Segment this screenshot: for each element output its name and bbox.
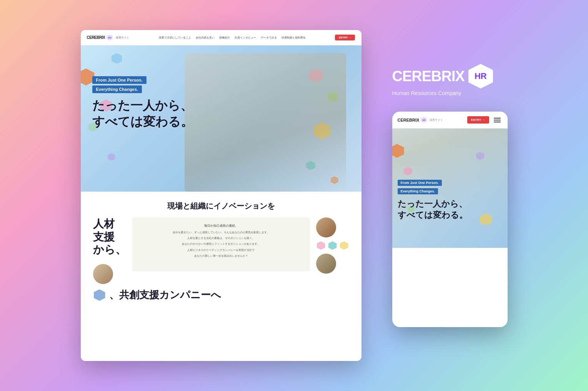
hero-text-block: From Just One Person. Everything Changes… [92, 76, 193, 130]
brand-name-text: CEREBRIX [392, 68, 465, 85]
hamburger-line-1 [494, 118, 501, 119]
hero-jp-line2: すべては変わる。 [92, 114, 193, 130]
mobile-hero-text: From Just One Person. Everything Changes… [398, 179, 468, 221]
hamburger-line-2 [494, 120, 501, 120]
right-panel: CEREBRIX HR Human Resources Company CERE… [392, 64, 508, 327]
brand-subtitle: Human Resources Company [392, 90, 493, 96]
mobile-nav: CEREBRIX HR 採用サイト ENTRY → [392, 112, 508, 129]
brand-hr-text: HR [475, 71, 487, 81]
hero-tagline-2: Everything Changes. [92, 85, 142, 93]
section-hex-teal [328, 241, 337, 250]
avatar-right-top [316, 217, 336, 237]
hamburger-line-3 [494, 122, 501, 122]
section-hex-pink [317, 241, 325, 250]
hex-purple-left [108, 153, 115, 161]
card-body-line5: あなたの新しい第一歩を踏み出しませんか？ [138, 254, 304, 258]
section-hex-row [316, 241, 349, 251]
mobile-jp-text: たった一人から、 すべては変わる。 [398, 199, 468, 221]
hero-jp-text: たった一人から、 すべては変わる。 [92, 98, 193, 130]
nav-link-4[interactable]: 社員インタビュー [235, 36, 256, 40]
nav-link-6[interactable]: 待遇制度と福利厚生 [282, 36, 306, 40]
section-hex-blue-bottom [94, 289, 105, 301]
nav-link-5[interactable]: データでみる [261, 36, 277, 40]
section-hex-yellow [340, 241, 348, 250]
mobile-tagline-1: From Just One Person. [398, 180, 442, 186]
mobile-tagline-2: Everything Changes. [398, 188, 438, 194]
avatar-bottom-left [93, 264, 113, 284]
nav-entry-button[interactable]: ENTRY → [335, 35, 355, 40]
hero-people-bg [185, 53, 346, 192]
mobile-jp-line1: たった一人から、 [398, 199, 468, 210]
big-jp-line1: 人材 [93, 217, 126, 231]
hero-tagline-1: From Just One Person. [92, 76, 147, 84]
mobile-logo-area: CEREBRIX HR 採用サイト [398, 117, 443, 123]
desktop-hero: From Just One Person. Everything Changes… [81, 45, 361, 192]
mobile-hamburger-button[interactable] [492, 116, 502, 124]
mobile-entry-button[interactable]: ENTRY → [467, 116, 489, 124]
desktop-mockup: CEREBRIX HR 採用サイト 採業で大切にしていること 会社内容お支い 採… [81, 30, 361, 361]
desktop-nav: CEREBRIX HR 採用サイト 採業で大切にしていること 会社内容お支い 採… [81, 30, 361, 45]
nav-links: 採業で大切にしていること 会社内容お支い 採種紹介 社員インタビュー データでみ… [159, 36, 306, 40]
section-left-text: 人材 支援 から、 [93, 217, 126, 284]
big-jp-line2: 支援 [93, 231, 126, 244]
mobile-logo-hr-icon: HR [421, 117, 427, 123]
brand-logo-inline: CEREBRIX HR [392, 64, 493, 89]
big-jp-line3: から、 [93, 243, 126, 256]
mobile-hero: From Just One Person. Everything Changes… [392, 129, 508, 248]
mobile-mockup: CEREBRIX HR 採用サイト ENTRY → [392, 112, 508, 327]
nav-link-1[interactable]: 採業で大切にしていること [159, 36, 191, 40]
card-title: 毎日が自己成長の連続。 [138, 224, 304, 228]
big-jp-text: 人材 支援 から、 [93, 217, 126, 256]
hero-jp-line1: たった一人から、 [92, 98, 193, 114]
avatar-right-bottom [316, 254, 336, 274]
section-content-area: 人材 支援 から、 毎日が自己成長の連続。 自分を磨きたい。ずっと成長していたい… [93, 217, 349, 284]
card-body-line1: 自分を磨きたい。ずっと成長していたい。そんなあなたの心業気を歓迎します。 [138, 230, 304, 234]
nav-logo-text: CEREBRIX [87, 35, 105, 40]
mobile-jp-line2: すべては変わる。 [398, 210, 468, 221]
mobile-site-label: 採用サイト [430, 118, 443, 122]
nav-link-2[interactable]: 会社内容お支い [196, 36, 215, 40]
hex-blue-topleft [112, 53, 122, 64]
brand-logo-area: CEREBRIX HR Human Resources Company [392, 64, 493, 96]
nav-logo: CEREBRIX HR 採用サイト [87, 35, 130, 41]
section-center-card: 毎日が自己成長の連続。 自分を磨きたい。ずっと成長していたい。そんなあなたの心業… [132, 217, 310, 271]
nav-link-3[interactable]: 採種紹介 [219, 36, 230, 40]
scene-container: CEREBRIX HR 採用サイト 採業で大切にしていること 会社内容お支い 採… [0, 0, 588, 391]
mobile-nav-right: ENTRY → [467, 116, 502, 124]
desktop-below-hero: 現場と組織にイノベーションを 人材 支援 から、 毎日が自己成長の連続。 [81, 192, 361, 311]
card-body-line3: あなたのやりかいや適性にフィットするポジションがあります。 [138, 242, 304, 246]
section-headline: 現場と組織にイノベーションを [93, 201, 349, 211]
nav-logo-hr-icon: HR [107, 35, 113, 41]
mobile-logo-text: CEREBRIX [398, 118, 420, 122]
card-body-line2: 人材を愛とする当社の募集は、そのポジションも様々。 [138, 236, 304, 240]
bottom-section-row: 、共創支援カンパニーへ [93, 289, 349, 302]
brand-hr-hex-icon: HR [468, 64, 493, 89]
section-avatars [316, 217, 349, 274]
bottom-big-jp-text: 、共創支援カンパニーへ [109, 289, 221, 301]
card-body: 自分を磨きたい。ずっと成長していたい。そんなあなたの心業気を歓迎します。 人材を… [138, 230, 304, 258]
nav-site-label: 採用サイト [116, 36, 129, 40]
card-body-line4: 人材ビジネスのリーディングカンパニーを意指す当社で [138, 248, 304, 252]
